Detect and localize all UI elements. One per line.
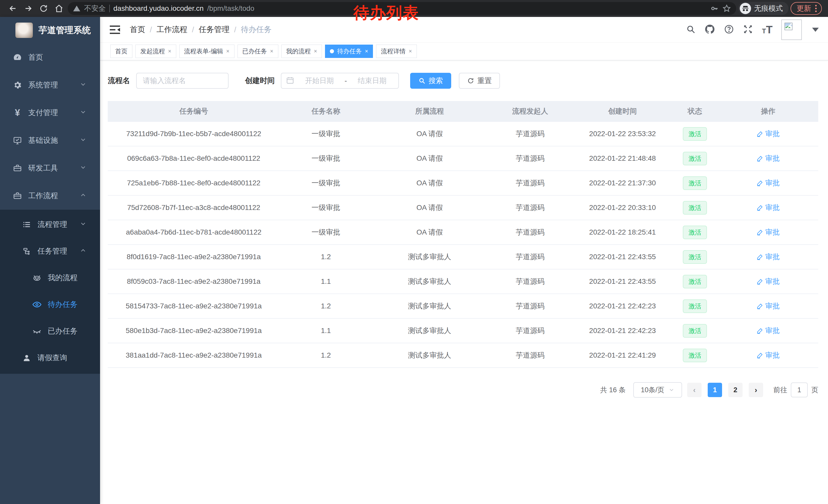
next-page-button[interactable]: › <box>749 383 763 397</box>
back-icon[interactable] <box>6 2 19 15</box>
breadcrumb-workflow[interactable]: 工作流程 <box>157 25 187 35</box>
forward-icon[interactable] <box>22 2 35 15</box>
toolbox-icon <box>12 164 23 173</box>
close-icon[interactable]: × <box>365 48 368 55</box>
sidebar-item-label: 基础设施 <box>28 135 58 146</box>
sidebar-item-workflow[interactable]: 工作流程 <box>0 182 100 210</box>
date-range-picker[interactable]: 开始日期 - 结束日期 <box>281 73 399 89</box>
avatar[interactable] <box>781 19 802 40</box>
sidebar-item-my-process[interactable]: 我的流程 <box>0 265 100 291</box>
close-icon[interactable]: × <box>168 48 171 55</box>
col-status: 状态 <box>672 101 718 122</box>
dashboard-icon <box>12 53 23 62</box>
gear-icon <box>12 81 23 90</box>
update-button[interactable]: 更新 <box>791 2 822 15</box>
edit-icon <box>757 204 763 211</box>
approve-button[interactable]: 审批 <box>757 277 780 286</box>
breadcrumb-task-mgmt[interactable]: 任务管理 <box>199 25 230 35</box>
table-row: 580e1b3d-7ac8-11ec-a9e2-a2380e71991a 1.1… <box>108 318 818 343</box>
sidebar-collapse-icon[interactable] <box>109 24 121 35</box>
tab-done-tasks[interactable]: 已办任务 × <box>238 45 278 58</box>
search-icon[interactable] <box>686 25 696 35</box>
tab-my-process[interactable]: 我的流程 × <box>281 45 322 58</box>
approve-button[interactable]: 审批 <box>757 203 780 213</box>
close-icon[interactable]: × <box>409 48 412 55</box>
chevron-down-icon <box>80 164 87 173</box>
task-id: 381aa1dd-7ac8-11ec-a9e2-a2380e71991a <box>108 343 280 368</box>
github-icon[interactable] <box>704 24 715 36</box>
search-button[interactable]: 搜索 <box>410 73 451 89</box>
approve-button[interactable]: 审批 <box>757 351 780 360</box>
breadcrumb-home[interactable]: 首页 <box>130 25 145 35</box>
sidebar-item-label: 任务管理 <box>37 246 67 256</box>
reset-button[interactable]: 重置 <box>459 73 500 89</box>
task-process: OA 请假 <box>372 220 487 244</box>
bookmark-star-icon[interactable] <box>722 4 731 13</box>
person-icon <box>22 354 32 362</box>
font-size-icon[interactable]: TT <box>762 24 773 36</box>
approve-button[interactable]: 审批 <box>757 153 780 163</box>
col-process: 所属流程 <box>372 101 487 122</box>
home-icon[interactable] <box>52 2 66 15</box>
tab-process-detail[interactable]: 流程详情 × <box>376 45 417 58</box>
sidebar-item-process-mgmt[interactable]: 流程管理 <box>0 211 100 238</box>
approve-button[interactable]: 审批 <box>757 252 780 262</box>
security-warning-icon[interactable] <box>73 5 81 12</box>
update-label: 更新 <box>797 4 811 13</box>
sidebar-item-label: 待办任务 <box>48 300 78 310</box>
sidebar-menu: 首页 系统管理 ¥ 支付管理 <box>0 44 100 374</box>
status-badge: 激活 <box>683 349 707 362</box>
search-icon <box>418 77 425 84</box>
approve-button[interactable]: 审批 <box>757 227 780 237</box>
close-icon[interactable]: × <box>314 48 317 55</box>
approve-button[interactable]: 审批 <box>757 178 780 188</box>
table-row: 069c6a63-7b8a-11ec-8ef0-acde48001122 一级审… <box>108 146 818 171</box>
sidebar-item-payment[interactable]: ¥ 支付管理 <box>0 99 100 127</box>
prev-page-button[interactable]: ‹ <box>687 383 702 397</box>
page-size-select[interactable]: 10条/页 <box>633 382 682 398</box>
key-icon[interactable] <box>710 4 719 13</box>
task-name: 一级审批 <box>280 122 372 146</box>
fullscreen-icon[interactable] <box>743 24 753 35</box>
goto-page-input[interactable] <box>791 382 808 397</box>
sidebar-item-task-mgmt[interactable]: 任务管理 <box>0 238 100 265</box>
chevron-down-icon <box>80 136 87 145</box>
approve-button[interactable]: 审批 <box>757 326 780 335</box>
process-name-input[interactable] <box>136 73 229 89</box>
task-name: 1.2 <box>280 244 372 269</box>
sidebar-item-leave-query[interactable]: 请假查询 <box>0 345 100 371</box>
sidebar-item-infrastructure[interactable]: 基础设施 <box>0 127 100 154</box>
tab-todo-tasks[interactable]: 待办任务 × <box>325 45 373 58</box>
filter-form: 流程名 创建时间 开始日期 - 结束日期 搜索 重置 <box>108 73 818 89</box>
help-icon[interactable] <box>724 24 734 35</box>
sidebar-item-system[interactable]: 系统管理 <box>0 71 100 99</box>
approve-button[interactable]: 审批 <box>757 129 780 139</box>
sidebar-item-home[interactable]: 首页 <box>0 44 100 71</box>
reload-icon[interactable] <box>37 2 50 15</box>
task-initiator: 芋道源码 <box>487 122 573 146</box>
sidebar-item-done-tasks[interactable]: 已办任务 <box>0 318 100 345</box>
task-process: 测试多审批人 <box>372 294 487 318</box>
approve-button[interactable]: 审批 <box>757 301 780 311</box>
page-2-button[interactable]: 2 <box>728 383 743 397</box>
sidebar-item-devtools[interactable]: 研发工具 <box>0 154 100 182</box>
close-icon[interactable]: × <box>226 48 230 55</box>
browser-menu-icon[interactable] <box>815 5 817 12</box>
sidebar-item-todo-tasks[interactable]: 待办任务 <box>0 291 100 318</box>
page-1-button[interactable]: 1 <box>708 383 722 397</box>
tab-home[interactable]: 首页 <box>110 45 132 58</box>
task-id: 580e1b3d-7ac8-11ec-a9e2-a2380e71991a <box>108 318 280 343</box>
process-name-label: 流程名 <box>108 76 130 86</box>
tab-form-edit[interactable]: 流程表单-编辑 × <box>179 45 235 58</box>
user-menu-caret-icon[interactable] <box>812 28 819 32</box>
tab-label: 流程表单-编辑 <box>184 47 223 55</box>
robot-face-icon <box>32 273 42 282</box>
tab-start-process[interactable]: 发起流程 × <box>135 45 176 58</box>
close-icon[interactable]: × <box>270 48 274 55</box>
logo-row[interactable]: 芋道管理系统 <box>0 17 100 44</box>
task-name: 1.2 <box>280 343 372 368</box>
tab-label: 待办任务 <box>337 47 362 55</box>
task-initiator: 芋道源码 <box>487 146 573 171</box>
incognito-icon <box>740 3 751 14</box>
task-id: 8f059c03-7ac8-11ec-a9e2-a2380e71991a <box>108 269 280 294</box>
